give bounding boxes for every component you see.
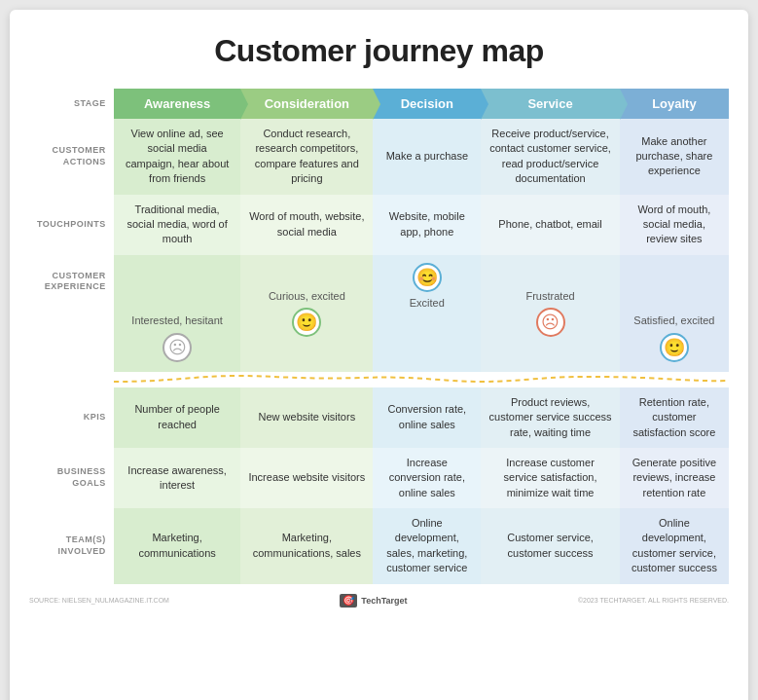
stage-loyalty: Loyalty [620, 89, 729, 119]
experience-awareness: Interested, hesitant ☹ [114, 255, 241, 372]
card: Customer journey map STAGE Awareness Con… [10, 10, 748, 700]
touchpoints-decision: Website, mobile app, phone [373, 195, 481, 255]
brand-name: TechTarget [361, 596, 407, 606]
footer: SOURCE: NIELSEN_NULMAGAZINE.IT.COM TechT… [29, 594, 729, 608]
journey-path [114, 376, 729, 382]
smiley-neutral-icon: ☹ [162, 333, 192, 362]
journey-line-spacer [29, 372, 114, 387]
experience-service: Frustrated ☹ [481, 255, 619, 372]
teams-awareness: Marketing, communications [114, 508, 241, 584]
actions-decision: Make a purchase [373, 119, 481, 195]
smiley-excited-icon: 😊 [413, 263, 442, 292]
kpis-label: KPIS [29, 387, 114, 448]
touchpoints-row: TOUCHPOINTS Traditional media, social me… [29, 195, 729, 255]
teams-row: TEAM(S)INVOLVED Marketing, communication… [29, 508, 729, 584]
goals-decision: Increase conversion rate, online sales [373, 448, 481, 508]
actions-consideration: Conduct research, research competitors, … [240, 119, 373, 195]
journey-line-cell [114, 372, 729, 387]
footer-right: ©2023 TECHTARGET. ALL RIGHTS RESERVED. [578, 597, 729, 604]
goals-label: BUSINESSGOALS [29, 448, 114, 508]
stage-header-row: STAGE Awareness Consideration Decision S… [29, 89, 729, 119]
experience-label: CUSTOMEREXPERIENCE [29, 255, 114, 372]
stage-decision: Decision [373, 89, 481, 119]
kpis-awareness: Number of people reached [114, 387, 241, 448]
exp-loyal-text: Satisfied, excited [633, 313, 714, 328]
stage-consideration: Consideration [240, 89, 373, 119]
touchpoints-label: TOUCHPOINTS [29, 195, 114, 255]
actions-awareness: View online ad, see social media campaig… [114, 119, 241, 195]
kpis-consideration: New website visitors [240, 387, 373, 448]
touchpoints-awareness: Traditional media, social media, word of… [114, 195, 241, 255]
experience-decision: 😊 Excited [373, 255, 481, 372]
smiley-happy-icon: 🙂 [292, 308, 321, 337]
actions-loyalty: Make another purchase, share experience [620, 119, 729, 195]
teams-service: Customer service, customer success [481, 508, 619, 584]
touchpoints-loyalty: Word of mouth, social media, review site… [620, 195, 729, 255]
experience-loyalty: Satisfied, excited 🙂 [620, 255, 729, 372]
touchpoints-service: Phone, chatbot, email [481, 195, 619, 255]
kpis-loyalty: Retention rate, customer satisfaction sc… [620, 387, 729, 448]
footer-left: SOURCE: NIELSEN_NULMAGAZINE.IT.COM [29, 597, 169, 604]
experience-consideration: Curious, excited 🙂 [240, 255, 373, 372]
chevron-consideration-icon [373, 89, 380, 120]
smiley-frustrated-icon: ☹ [536, 308, 565, 337]
brand-icon [340, 594, 357, 608]
goals-loyalty: Generate positive reviews, increase rete… [620, 448, 729, 508]
journey-line-row [29, 372, 729, 387]
goals-consideration: Increase website visitors [240, 448, 373, 508]
teams-decision: Online development, sales, marketing, cu… [373, 508, 481, 584]
teams-label: TEAM(S)INVOLVED [29, 508, 114, 584]
goals-service: Increase customer service satisfaction, … [481, 448, 619, 508]
customer-actions-row: CUSTOMERACTIONS View online ad, see soci… [29, 119, 729, 195]
customer-actions-label: CUSTOMERACTIONS [29, 119, 114, 195]
stage-awareness: Awareness [114, 89, 241, 119]
exp-consid-text: Curious, excited [269, 289, 345, 304]
page-title: Customer journey map [29, 33, 729, 69]
goals-awareness: Increase awareness, interest [114, 448, 241, 508]
stage-label: STAGE [29, 89, 114, 119]
chevron-awareness-icon [240, 89, 248, 120]
teams-loyalty: Online development, customer service, cu… [620, 508, 729, 584]
exp-dec-text: Excited [410, 296, 445, 311]
actions-service: Receive product/service, contact custome… [481, 119, 619, 195]
chevron-service-icon [620, 89, 628, 120]
goals-row: BUSINESSGOALS Increase awareness, intere… [29, 448, 729, 508]
teams-consideration: Marketing, communications, sales [240, 508, 373, 584]
stage-service: Service [481, 89, 619, 119]
exp-serv-text: Frustrated [525, 289, 574, 304]
kpis-decision: Conversion rate, online sales [373, 387, 481, 448]
chevron-decision-icon [481, 89, 488, 120]
journey-map-table: STAGE Awareness Consideration Decision S… [29, 89, 729, 584]
kpis-row: KPIS Number of people reached New websit… [29, 387, 729, 448]
journey-curve-svg [114, 375, 729, 383]
exp-aware-text: Interested, hesitant [131, 313, 223, 328]
experience-row: CUSTOMEREXPERIENCE Interested, hesitant … [29, 255, 729, 372]
touchpoints-consideration: Word of mouth, website, social media [240, 195, 373, 255]
kpis-service: Product reviews, customer service succes… [481, 387, 619, 448]
smiley-satisfied-icon: 🙂 [660, 333, 689, 362]
brand-logo: TechTarget [340, 594, 407, 608]
